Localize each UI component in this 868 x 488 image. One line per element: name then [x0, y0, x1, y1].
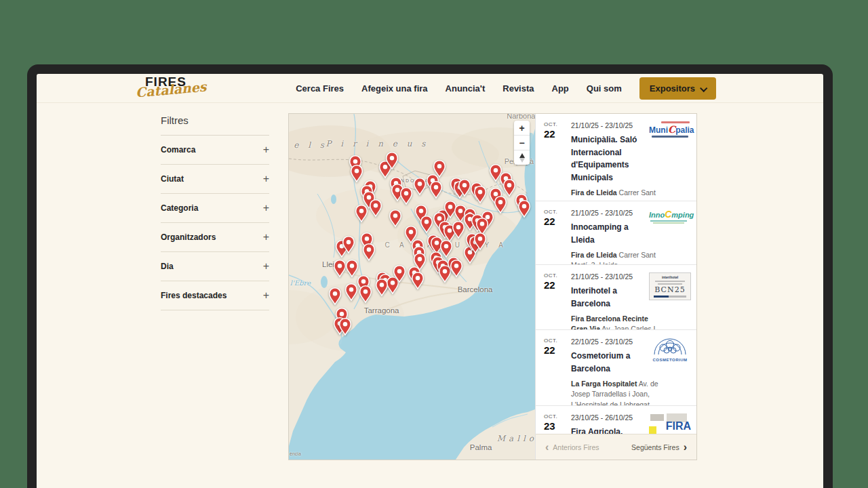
map-events-block: Narbonae l sP i r i n e u sANDORRAPerpin…: [288, 113, 697, 460]
filters-sidebar: Filtres Comarca+Ciutat+Categoria+Organit…: [161, 115, 269, 310]
map-pin-icon[interactable]: [355, 205, 368, 226]
event-logo: MuniCpalia: [649, 121, 691, 138]
chevron-down-icon: [700, 84, 707, 92]
nav-cerca-fires[interactable]: Cerca Fires: [296, 83, 344, 94]
map-pin-icon[interactable]: [474, 232, 487, 253]
map-pin-icon[interactable]: [420, 216, 433, 237]
event-title: Interihotel a Barcelona: [571, 285, 651, 310]
map-pin-icon[interactable]: [518, 200, 531, 221]
filter-label: Comarca: [161, 145, 195, 155]
map-label-ència: ència: [290, 451, 301, 456]
next-fires-label: Següents Fires: [631, 443, 679, 451]
map-pin-icon[interactable]: [393, 265, 406, 286]
zoom-in-button[interactable]: +: [514, 121, 530, 136]
filter-ciutat[interactable]: Ciutat+: [161, 165, 269, 194]
event-date-badge: OCT.22: [544, 338, 566, 405]
event-date-badge: OCT.22: [544, 121, 566, 201]
nav-revista[interactable]: Revista: [502, 83, 534, 94]
event-venue: La Farga Hospitalet Av. de Josep Tarrade…: [571, 379, 659, 406]
map-label-p-i-r-i-n-e-u-s: P i r i n e u s: [326, 139, 429, 148]
event-day: 22: [544, 128, 566, 140]
map-pin-icon[interactable]: [386, 152, 399, 173]
map-label-palma: Palma: [470, 443, 492, 451]
event-body: InnoCmping21/10/25 - 23/10/25Innocamping…: [571, 209, 691, 264]
event-item[interactable]: OCT.22MuniCpalia21/10/25 - 23/10/25Munic…: [536, 114, 696, 201]
map-label-tarragona: Tarragona: [364, 306, 399, 314]
plus-icon: +: [263, 260, 269, 272]
map-pin-icon[interactable]: [411, 272, 424, 293]
nav-anuncia-t[interactable]: Anuncia't: [446, 83, 486, 94]
event-item[interactable]: OCT.22InnoCmping21/10/25 - 23/10/25Innoc…: [536, 201, 696, 265]
events-list: OCT.22MuniCpalia21/10/25 - 23/10/25Munic…: [535, 114, 696, 460]
nav-afegeix-una-fira[interactable]: Afegeix una fira: [361, 83, 428, 94]
compass-needle-icon: [519, 153, 525, 163]
filter-organitzadors[interactable]: Organitzadors+: [161, 223, 269, 252]
filters-title: Filtres: [161, 115, 269, 136]
map-pin-icon[interactable]: [359, 285, 372, 306]
event-logo: COSMETORIUM: [649, 338, 691, 362]
map-pin-icon[interactable]: [474, 186, 487, 207]
site-header: FIRES Catalanes Cerca FiresAfegeix una f…: [37, 74, 823, 103]
map-canvas[interactable]: Narbonae l sP i r i n e u sANDORRAPerpin…: [289, 114, 535, 460]
event-title: Municipàlia. Saló Internacional d'Equipa…: [571, 134, 651, 184]
plus-icon: +: [263, 231, 269, 243]
map-label-mallorca: Mallorca: [497, 434, 535, 443]
event-date-badge: OCT.22: [544, 272, 566, 329]
next-fires-link[interactable]: Següents Fires ›: [631, 443, 687, 451]
map-pin-icon[interactable]: [450, 260, 462, 281]
map-pin-icon[interactable]: [342, 236, 355, 257]
filter-label: Dia: [161, 262, 174, 271]
plus-icon: +: [263, 289, 269, 302]
map-label-narbona: Narbona: [507, 114, 535, 120]
map-pin-icon[interactable]: [350, 165, 363, 186]
map-pin-icon[interactable]: [339, 318, 352, 339]
event-body: interihotelBCN2521/10/25 - 23/10/25Inter…: [571, 272, 691, 329]
map-pin-icon[interactable]: [400, 187, 413, 208]
event-item[interactable]: OCT.22interihotelBCN2521/10/25 - 23/10/2…: [536, 265, 696, 330]
event-month: OCT.: [544, 272, 566, 279]
event-logo: interihotelBCN25: [649, 272, 691, 300]
filter-dia[interactable]: Dia+: [161, 252, 269, 281]
event-venue: Fira de Lleida Carrer Sant Martí, 3, Lle…: [571, 250, 659, 265]
event-title: Innocamping a Lleida: [571, 221, 651, 246]
event-items: OCT.22MuniCpalia21/10/25 - 23/10/25Munic…: [536, 114, 696, 434]
filter-comarca[interactable]: Comarca+: [161, 136, 269, 165]
map-pin-icon[interactable]: [414, 178, 427, 199]
filter-label: Organitzadors: [161, 232, 216, 242]
plus-icon: +: [263, 202, 269, 214]
nav-qui-som[interactable]: Qui som: [587, 83, 622, 94]
map-pin-icon[interactable]: [334, 260, 347, 281]
map-pin-icon[interactable]: [494, 196, 507, 217]
event-item[interactable]: OCT.23FIRA23/10/25 - 26/10/25Fira Agrico…: [536, 406, 696, 434]
map-pin-icon[interactable]: [458, 179, 471, 200]
event-item[interactable]: OCT.22COSMETORIUM22/10/25 - 23/10/25Cosm…: [536, 330, 696, 406]
interihotel-logo: interihotelBCN25: [649, 272, 691, 300]
map-pin-icon[interactable]: [389, 209, 402, 230]
zoom-out-button[interactable]: −: [514, 136, 530, 150]
filter-label: Fires destacades: [161, 291, 226, 300]
nav-app[interactable]: App: [552, 83, 569, 94]
event-logo: FIRA: [649, 413, 691, 434]
map-label-barcelona: Barcelona: [458, 285, 493, 293]
filter-categoria[interactable]: Categoria+: [161, 194, 269, 223]
map-pin-icon[interactable]: [375, 279, 388, 300]
map-label-e-l-s: e l s: [294, 140, 328, 150]
map-pin-icon[interactable]: [344, 283, 357, 304]
previous-fires-label: Anteriors Fires: [553, 443, 599, 451]
map-pin-icon[interactable]: [370, 199, 382, 220]
map-pin-icon[interactable]: [362, 243, 375, 264]
event-date-badge: OCT.23: [544, 413, 566, 434]
map-pin-icon[interactable]: [430, 181, 443, 202]
cosmetorium-logo: COSMETORIUM: [649, 338, 691, 362]
map-pin-icon[interactable]: [328, 287, 341, 308]
filter-fires-destacades[interactable]: Fires destacades+: [161, 281, 269, 310]
expositors-button[interactable]: Expositors: [639, 77, 716, 100]
previous-fires-link[interactable]: ‹ Anteriors Fires: [545, 443, 599, 451]
compass-reset-button[interactable]: [514, 150, 530, 165]
innocamping-logo: InnoCmping: [649, 209, 691, 224]
site-logo[interactable]: FIRES Catalanes: [136, 75, 207, 96]
event-body: COSMETORIUM22/10/25 - 23/10/25Cosmetoriu…: [571, 338, 691, 405]
browser-screen: FIRES Catalanes Cerca FiresAfegeix una f…: [37, 74, 823, 488]
main-nav: Cerca FiresAfegeix una firaAnuncia'tRevi…: [296, 74, 716, 103]
event-venue: Fira Barcelona Recinte Gran Via Av. Joan…: [571, 314, 659, 330]
